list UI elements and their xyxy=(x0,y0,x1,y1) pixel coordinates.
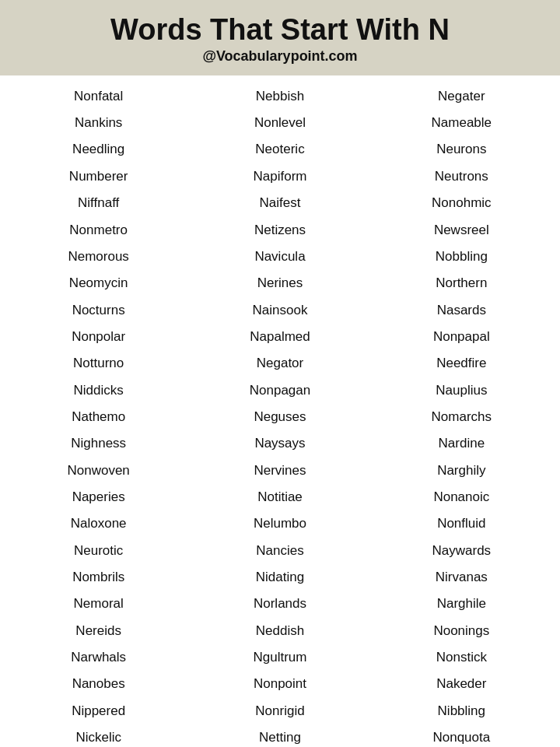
word-item: Nanobes xyxy=(8,671,189,697)
word-item: Neddish xyxy=(189,618,370,644)
word-item: Nathemo xyxy=(8,404,189,430)
word-item: Newsreel xyxy=(371,217,552,244)
word-item: Nancies xyxy=(189,538,370,564)
word-item: Nardine xyxy=(371,430,552,457)
word-item: Nasards xyxy=(371,297,552,324)
word-item: Nonanoic xyxy=(371,484,552,510)
word-item: Narghily xyxy=(371,458,552,484)
word-item: Needling xyxy=(8,136,189,163)
word-item: Needfire xyxy=(371,350,552,377)
word-item: Nainsook xyxy=(189,297,370,324)
word-item: Nerines xyxy=(189,270,370,296)
word-item: Nippered xyxy=(8,698,189,724)
word-item: Napiform xyxy=(189,163,370,190)
word-item: Nonlevel xyxy=(189,110,370,136)
page-header: Words That Start With N @Vocabularypoint… xyxy=(0,0,560,75)
page-subtitle: @Vocabularypoint.com xyxy=(16,48,544,65)
word-item: Neutrons xyxy=(371,163,552,190)
word-item: Nonmetro xyxy=(8,217,189,244)
word-item: Nankins xyxy=(8,110,189,136)
word-item: Nonwoven xyxy=(8,458,189,484)
word-item: Netting xyxy=(189,724,370,747)
word-item: Ngultrum xyxy=(189,644,370,671)
word-item: Noonings xyxy=(371,618,552,644)
word-item: Nonpolar xyxy=(8,324,189,350)
word-item: Nauplius xyxy=(371,377,552,404)
word-item: Numberer xyxy=(8,163,189,190)
word-item: Nonfluid xyxy=(371,510,552,537)
word-item: Nervines xyxy=(189,458,370,484)
word-item: Niddicks xyxy=(8,377,189,404)
word-item: Nocturns xyxy=(8,297,189,324)
word-item: Neurons xyxy=(371,136,552,163)
word-item: Navicula xyxy=(189,244,370,270)
word-item: Nonpagan xyxy=(189,377,370,404)
word-item: Nonpapal xyxy=(371,324,552,350)
word-item: Nebbish xyxy=(189,83,370,110)
word-item: Negater xyxy=(371,83,552,110)
word-item: Niffnaff xyxy=(8,190,189,216)
word-item: Naysays xyxy=(189,430,370,457)
word-item: Nidating xyxy=(189,564,370,591)
word-item: Nonohmic xyxy=(371,190,552,216)
word-item: Notturno xyxy=(8,350,189,377)
word-item: Nemorous xyxy=(8,244,189,270)
word-item: Neomycin xyxy=(8,270,189,296)
word-item: Nirvanas xyxy=(371,564,552,591)
word-item: Naperies xyxy=(8,484,189,510)
word-item: Nombrils xyxy=(8,564,189,591)
word-item: Nonstick xyxy=(371,644,552,671)
word-item: Northern xyxy=(371,270,552,296)
word-item: Nameable xyxy=(371,110,552,136)
word-item: Neurotic xyxy=(8,538,189,564)
word-item: Napalmed xyxy=(189,324,370,350)
word-item: Neguses xyxy=(189,404,370,430)
word-item: Nomarchs xyxy=(371,404,552,430)
word-item: Nibbling xyxy=(371,698,552,724)
word-grid: NonfatalNebbishNegaterNankinsNonlevelNam… xyxy=(0,75,560,747)
word-item: Naloxone xyxy=(8,510,189,537)
word-item: Narghile xyxy=(371,591,552,617)
word-item: Nighness xyxy=(8,430,189,457)
word-item: Nakeder xyxy=(371,671,552,697)
word-item: Nonfatal xyxy=(8,83,189,110)
word-item: Nonpoint xyxy=(189,671,370,697)
word-item: Naifest xyxy=(189,190,370,216)
word-item: Nonquota xyxy=(371,724,552,747)
word-item: Nereids xyxy=(8,618,189,644)
word-item: Norlands xyxy=(189,591,370,617)
word-item: Narwhals xyxy=(8,644,189,671)
word-item: Notitiae xyxy=(189,484,370,510)
word-item: Nobbling xyxy=(371,244,552,270)
word-item: Negator xyxy=(189,350,370,377)
word-item: Nelumbo xyxy=(189,510,370,537)
word-item: Nemoral xyxy=(8,591,189,617)
word-item: Neoteric xyxy=(189,136,370,163)
page-title: Words That Start With N xyxy=(16,14,544,47)
word-item: Netizens xyxy=(189,217,370,244)
word-item: Naywards xyxy=(371,538,552,564)
word-item: Nonrigid xyxy=(189,698,370,724)
word-item: Nickelic xyxy=(8,724,189,747)
